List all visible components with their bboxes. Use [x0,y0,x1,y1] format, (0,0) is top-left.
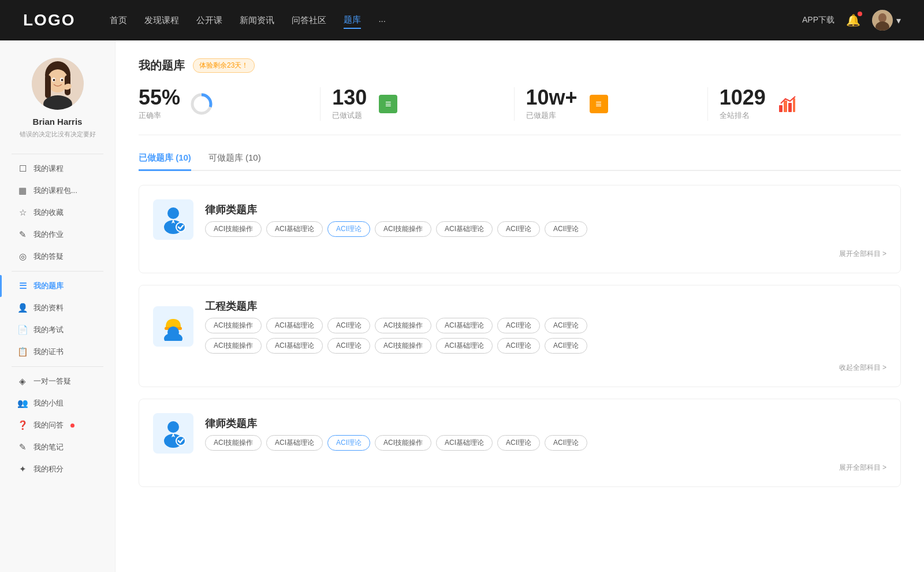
tag-item[interactable]: ACI理论 [545,221,587,237]
sidebar-item-label: 我的积分 [33,464,64,474]
tag-item[interactable]: ACI技能操作 [205,318,262,333]
nav-discover[interactable]: 发现课程 [144,13,179,28]
sidebar-item-course-pack[interactable]: ▦ 我的课程包... [0,180,115,202]
nav-news[interactable]: 新闻资讯 [240,13,274,28]
engineer-bank-tags-row1: ACI技能操作 ACI基础理论 ACI理论 ACI技能操作 ACI基础理论 AC… [205,318,886,333]
tag-item[interactable]: ACI基础理论 [266,221,323,237]
sidebar-item-profile[interactable]: 👤 我的资料 [0,297,115,319]
user-avatar-button[interactable]: ▾ [872,10,901,31]
bank-card-engineer: 工程类题库 ACI技能操作 ACI基础理论 ACI理论 ACI技能操作 ACI基… [139,285,901,387]
collapse-link[interactable]: 收起全部科目 > [153,363,886,373]
favorites-icon: ☆ [17,207,28,218]
tag-item-active[interactable]: ACI理论 [327,221,370,237]
svg-rect-18 [788,103,792,112]
tag-item[interactable]: ACI技能操作 [205,435,262,451]
logo[interactable]: LOGO [23,11,75,29]
tag-item[interactable]: ACI理论 [327,318,370,333]
ranking-value: 1029 [720,87,766,108]
profile-icon: 👤 [17,303,28,313]
chevron-down-icon: ▾ [896,15,901,26]
avatar [872,10,893,31]
sidebar-item-my-qa[interactable]: ❓ 我的问答 [0,414,115,436]
questions-done-label: 已做试题 [332,110,367,121]
notification-bell-icon[interactable]: 🔔 [846,13,860,27]
svg-rect-6 [45,75,51,98]
expand-link-1[interactable]: 展开全部科目 > [153,249,886,259]
qa-red-dot [70,424,74,428]
lawyer-bank-icon-wrapper-2 [153,413,193,454]
tag-item[interactable]: ACI基础理论 [436,318,493,333]
sidebar-item-qa[interactable]: ◎ 我的答疑 [0,246,115,268]
tag-item[interactable]: ACI理论 [545,338,587,354]
tag-item[interactable]: ACI基础理论 [266,318,323,333]
sidebar-item-label: 一对一答疑 [33,376,71,387]
sidebar-item-label: 我的问答 [33,420,64,430]
engineer-bank-title: 工程类题库 [205,299,886,313]
my-qa-icon: ❓ [17,420,28,430]
sidebar-user-name: Brian Harris [33,117,83,127]
sidebar-item-question-bank[interactable]: ☰ 我的题库 [0,275,115,297]
svg-point-20 [167,207,179,219]
tag-item[interactable]: ACI理论 [497,318,540,333]
tag-item[interactable]: ACI基础理论 [266,435,323,451]
tag-item[interactable]: ACI技能操作 [375,435,431,451]
page-header: 我的题库 体验剩余23天！ [139,58,901,73]
sidebar-item-label: 我的答疑 [33,251,64,262]
nav-qa[interactable]: 问答社区 [292,13,326,28]
tag-item[interactable]: ACI理论 [327,338,370,354]
tag-item-active[interactable]: ACI理论 [327,435,370,451]
points-icon: ✦ [17,464,28,474]
sidebar-item-group[interactable]: 👥 我的小组 [0,392,115,414]
course-icon: ☐ [17,164,28,174]
tag-item[interactable]: ACI基础理论 [436,435,493,451]
sidebar-item-my-course[interactable]: ☐ 我的课程 [0,158,115,180]
svg-rect-17 [784,101,787,112]
sidebar-item-exam[interactable]: 📄 我的考试 [0,319,115,341]
svg-point-27 [167,421,179,433]
bank-card-lawyer-1: 律师类题库 ACI技能操作 ACI基础理论 ACI理论 ACI技能操作 ACI基… [139,185,901,273]
navbar-right: APP下载 🔔 ▾ [802,10,901,31]
tag-item[interactable]: ACI理论 [497,221,540,237]
lawyer-bank-title-2: 律师类题库 [205,417,587,430]
main-layout: Brian Harris 错误的决定比没有决定要好 ☐ 我的课程 ▦ 我的课程包… [0,40,924,572]
nav-home[interactable]: 首页 [110,13,127,28]
tab-available-banks[interactable]: 可做题库 (10) [208,153,261,171]
sidebar-divider-1 [12,154,103,154]
tag-item[interactable]: ACI基础理论 [436,338,493,354]
nav-open-course[interactable]: 公开课 [196,13,222,28]
ranking-icon [775,92,799,116]
sidebar-item-homework[interactable]: ✎ 我的作业 [0,224,115,246]
nav-question-bank[interactable]: 题库 [344,12,361,29]
svg-point-11 [53,79,55,81]
sidebar-menu: ☐ 我的课程 ▦ 我的课程包... ☆ 我的收藏 ✎ 我的作业 ◎ 我的答疑 ☰ [0,158,115,480]
sidebar-item-notes[interactable]: ✎ 我的笔记 [0,436,115,458]
tag-item[interactable]: ACI理论 [545,435,587,451]
tag-item[interactable]: ACI技能操作 [375,221,431,237]
tag-item[interactable]: ACI理论 [497,338,540,354]
tag-item[interactable]: ACI理论 [545,318,587,333]
tag-item[interactable]: ACI基础理论 [266,338,323,354]
sidebar-item-favorites[interactable]: ☆ 我的收藏 [0,202,115,224]
tag-item[interactable]: ACI基础理论 [436,221,493,237]
tag-item[interactable]: ACI技能操作 [205,221,262,237]
sidebar-user-motto: 错误的决定比没有决定要好 [14,130,102,139]
sidebar-item-points[interactable]: ✦ 我的积分 [0,458,115,480]
sidebar-item-one-on-one[interactable]: ◈ 一对一答疑 [0,370,115,392]
sidebar-item-certificate[interactable]: 📋 我的证书 [0,341,115,363]
app-download-button[interactable]: APP下载 [802,15,834,25]
engineer-bank-tags-row2: ACI技能操作 ACI基础理论 ACI理论 ACI技能操作 ACI基础理论 AC… [205,338,886,354]
banks-done-icon: ≡ [587,92,611,116]
notification-badge [858,12,862,16]
tag-item[interactable]: ACI技能操作 [375,318,431,333]
tag-item[interactable]: ACI技能操作 [375,338,431,354]
tag-item[interactable]: ACI理论 [497,435,540,451]
tag-item[interactable]: ACI技能操作 [205,338,262,354]
sidebar-item-label: 我的笔记 [33,442,64,452]
expand-link-3[interactable]: 展开全部科目 > [153,463,886,473]
tab-done-banks[interactable]: 已做题库 (10) [139,153,191,171]
nav-more[interactable]: ··· [378,13,386,28]
sidebar-item-label: 我的小组 [33,398,64,408]
nav-menu: 首页 发现课程 公开课 新闻资讯 问答社区 题库 ··· [110,12,802,29]
correct-rate-value: 55% [139,87,180,108]
stat-banks-done: 10w+ 已做题库 ≡ [515,87,708,121]
